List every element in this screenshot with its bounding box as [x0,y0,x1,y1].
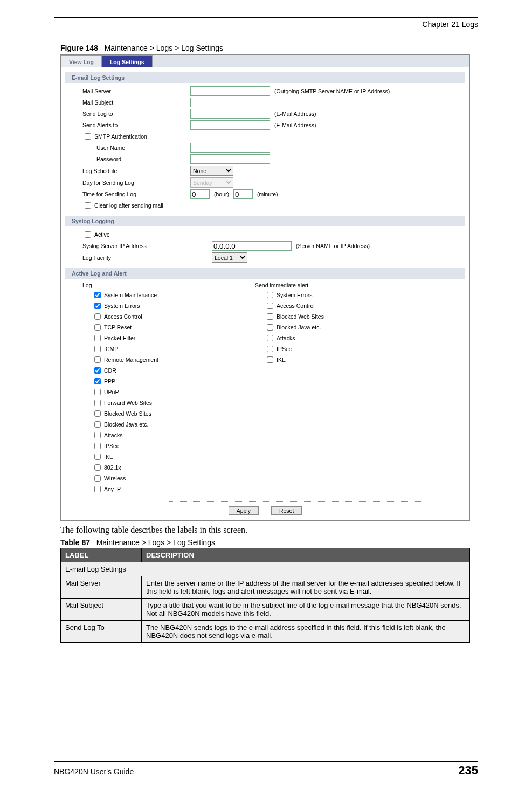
smtp-auth-checkbox[interactable] [85,133,91,140]
log-checkbox[interactable] [94,421,101,428]
log-checkbox[interactable] [94,400,101,406]
log-checkbox-label: TCP Reset [104,324,132,331]
description-table: LABEL DESCRIPTION E-mail Log Settings Ma… [60,548,470,643]
alert-checkbox-row: Access Control [265,301,417,311]
minute-suffix: (minute) [257,191,278,197]
send-log-to-input[interactable] [190,109,270,119]
log-checkbox-row: Attacks [92,430,255,440]
alert-checkbox[interactable] [267,335,273,341]
table-cell-description: Type a title that you want to be in the … [142,599,470,621]
log-checkbox-row: Any IP [92,484,255,494]
log-checkbox-row: Blocked Java etc. [92,420,255,429]
hour-input[interactable] [190,189,210,199]
log-checkbox[interactable] [94,410,101,417]
syslog-active-checkbox[interactable] [85,231,91,238]
alert-checkbox-label: Access Control [277,303,315,309]
reset-button[interactable]: Reset [271,506,302,515]
table-cell-description: The NBG420N sends logs to the e-mail add… [142,621,470,643]
log-checkbox[interactable] [94,335,101,341]
figure-title: Maintenance > Logs > Log Settings [105,44,223,52]
log-checkbox[interactable] [94,303,101,309]
mail-subject-input[interactable] [190,98,270,107]
log-checkbox-label: System Errors [104,303,140,309]
log-checkbox[interactable] [94,378,101,384]
log-checkbox-label: Packet Filter [104,335,135,341]
mail-server-input[interactable] [190,86,270,96]
log-schedule-select[interactable]: None [190,166,233,176]
clear-log-checkbox[interactable] [85,202,91,209]
log-schedule-label: Log Schedule [82,168,190,174]
log-checkbox-row: Packet Filter [92,333,255,343]
alert-checkbox-label: System Errors [277,292,313,298]
user-name-input[interactable] [190,143,270,153]
log-checkbox-label: Wireless [104,475,126,482]
table-row: Mail SubjectType a title that you want t… [61,599,470,621]
log-facility-label: Log Facility [82,255,212,261]
log-checkbox[interactable] [94,346,101,352]
log-checkbox[interactable] [94,367,101,374]
tab-log-settings[interactable]: Log Settings [102,55,153,67]
mail-subject-label: Mail Subject [82,99,190,106]
alert-checkbox-label: Blocked Web Sites [277,313,324,320]
log-checkbox-row: PPP [92,376,255,386]
log-facility-select[interactable]: Local 1 [212,252,247,263]
section-email-log-settings: E-mail Log Settings [65,72,465,83]
syslog-server-ip-label: Syslog Server IP Address [82,243,212,249]
log-checkbox[interactable] [94,356,101,363]
alert-checkbox[interactable] [267,292,273,298]
password-input[interactable] [190,154,270,164]
log-checkbox[interactable] [94,324,101,331]
user-name-label: User Name [96,145,190,151]
log-checkbox[interactable] [94,464,101,471]
alert-checkbox[interactable] [267,346,273,352]
log-checkbox[interactable] [94,313,101,320]
log-checkbox[interactable] [94,486,101,492]
day-sending-select[interactable]: Sunday [190,177,233,188]
log-checkbox[interactable] [94,454,101,460]
log-checkbox[interactable] [94,443,101,449]
th-label: LABEL [61,548,142,562]
log-checkbox-label: 802.1x [104,464,121,471]
syslog-server-ip-hint: (Server NAME or IP Address) [296,243,370,249]
alert-checkbox-row: Blocked Web Sites [265,312,417,321]
alert-checkbox[interactable] [267,303,273,309]
mail-server-hint: (Outgoing SMTP Server NAME or IP Address… [274,88,390,94]
apply-button[interactable]: Apply [229,506,259,515]
log-checkbox[interactable] [94,389,101,395]
log-checkbox-row: Forward Web Sites [92,398,255,408]
mail-server-label: Mail Server [82,88,190,94]
log-checkbox-row: System Maintenance [92,290,255,300]
alert-checkbox-row: IPSec [265,344,417,354]
log-checkbox-row: TCP Reset [92,322,255,332]
log-checkbox[interactable] [94,292,101,298]
alert-checkbox[interactable] [267,324,273,331]
alert-checkbox-label: IKE [277,356,286,363]
tab-view-log[interactable]: View Log [61,55,102,67]
alert-checkbox-label: Attacks [277,335,295,341]
alert-checkbox[interactable] [267,356,273,363]
log-checkbox[interactable] [94,432,101,438]
log-checkbox[interactable] [94,475,101,482]
table-caption: Table 87 Maintenance > Logs > Log Settin… [60,538,478,547]
log-checkbox-row: Access Control [92,312,255,321]
send-alerts-to-input[interactable] [190,120,270,130]
table-cell-label: Send Log To [61,621,142,643]
syslog-server-ip-input[interactable] [212,241,292,251]
log-checkbox-row: UPnP [92,387,255,397]
table-title: Maintenance > Logs > Log Settings [96,538,215,547]
log-checkbox-label: Remote Management [104,356,158,363]
log-checkbox-label: Blocked Java etc. [104,421,148,428]
log-checkbox-label: Attacks [104,432,122,438]
log-checkbox-row: IKE [92,452,255,462]
alert-checkbox[interactable] [267,313,273,320]
footer-guide-name: NBG420N User's Guide [54,767,134,776]
table-row: Send Log ToThe NBG420N sends logs to the… [61,621,470,643]
log-checkbox-row: Blocked Web Sites [92,409,255,418]
alert-checkbox-row: Blocked Java etc. [265,322,417,332]
log-checkbox-label: UPnP [104,389,119,395]
table-cell-label: Mail Subject [61,599,142,621]
minute-input[interactable] [233,189,253,199]
syslog-active-label: Active [94,231,110,238]
log-checkbox-label: System Maintenance [104,292,157,298]
alert-checkbox-row: IKE [265,355,417,365]
